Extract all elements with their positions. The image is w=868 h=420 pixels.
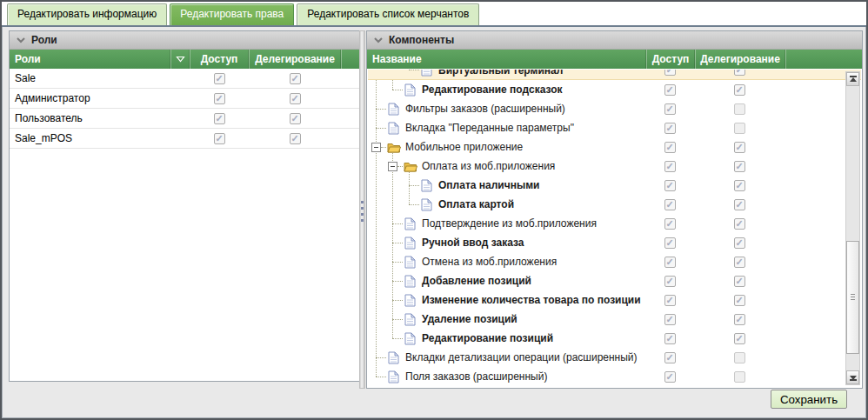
delegation-checkbox[interactable] (734, 237, 745, 249)
tree-row[interactable]: Изменение количества товара по позиции (368, 290, 861, 310)
tab-3[interactable]: Редактировать список мерчантов (297, 3, 479, 25)
components-name-column-header[interactable]: Название (367, 50, 646, 69)
role-row[interactable]: Пользователь (10, 109, 359, 129)
access-checkbox[interactable] (664, 218, 676, 230)
tree-row[interactable]: Виртуальный терминал (368, 70, 861, 80)
delegation-checkbox[interactable] (734, 352, 745, 363)
tree-row[interactable]: Удаление позиций (368, 310, 861, 329)
delegation-checkbox[interactable] (734, 218, 745, 230)
delegation-checkbox[interactable] (734, 123, 745, 134)
components-access-column-header[interactable]: Доступ (646, 50, 695, 69)
roles-stub-column-header (341, 50, 359, 69)
save-button[interactable]: Сохранить (771, 390, 847, 409)
delegation-checkbox[interactable] (734, 314, 745, 325)
scrollbar-thumb[interactable] (846, 241, 859, 354)
access-checkbox[interactable] (214, 73, 225, 84)
tree-row[interactable]: Поля заказов (расширенный) (368, 367, 861, 386)
delegation-checkbox[interactable] (290, 133, 301, 144)
access-checkbox[interactable] (664, 333, 676, 344)
delegation-checkbox[interactable] (734, 333, 745, 344)
delegation-checkbox[interactable] (734, 70, 745, 76)
access-checkbox[interactable] (664, 180, 676, 191)
tree-row[interactable]: Редактирование позиций (368, 329, 861, 348)
role-row[interactable]: Sale_mPOS (10, 129, 359, 149)
access-checkbox[interactable] (664, 199, 676, 210)
access-checkbox[interactable] (664, 352, 676, 363)
tree-row[interactable]: Мобильное приложение (368, 137, 861, 157)
delegation-checkbox[interactable] (734, 199, 745, 210)
tree-row[interactable]: Подтверждение из моб.приложения (368, 214, 861, 233)
tree-row[interactable]: Ручной ввод заказа (368, 233, 861, 252)
tree-row[interactable]: Добавление позиций (368, 271, 861, 290)
delegation-checkbox[interactable] (290, 73, 301, 84)
access-checkbox[interactable] (664, 257, 676, 268)
tree-row[interactable]: Оплата из моб.приложения (368, 157, 861, 176)
tree-node-label: Вкладка "Переданные параметры" (401, 122, 574, 134)
tree-node: Оплата из моб.приложения (368, 157, 645, 176)
roles-access-column-header[interactable]: Доступ (190, 50, 249, 69)
scroll-down-button[interactable] (846, 370, 859, 384)
components-delegation-column-header[interactable]: Делегирование (695, 50, 785, 69)
tree-connector (376, 128, 386, 129)
collapse-chevron-icon[interactable] (374, 37, 383, 43)
tree-connector (409, 185, 419, 186)
access-checkbox[interactable] (664, 237, 676, 249)
roles-panel-header: Роли (10, 31, 359, 50)
scroll-up-button[interactable] (846, 72, 859, 86)
roles-grid-body: SaleАдминистраторПользовательSale_mPOS (10, 69, 359, 149)
tree-node: Оплата картой (368, 195, 645, 214)
tree-row[interactable]: Оплата картой (368, 195, 861, 214)
access-checkbox[interactable] (664, 314, 676, 325)
access-checkbox[interactable] (664, 142, 676, 153)
tree-row[interactable]: Редактирование подсказок (368, 80, 861, 99)
collapse-minus-icon[interactable] (371, 143, 381, 152)
role-row[interactable]: Sale (10, 69, 359, 89)
access-checkbox[interactable] (664, 295, 676, 306)
delegation-checkbox[interactable] (290, 93, 301, 104)
delegation-checkbox[interactable] (734, 276, 745, 287)
access-checkbox[interactable] (664, 161, 676, 172)
tree-row[interactable]: Оплата наличными (368, 176, 861, 195)
tree-row[interactable]: Отмена из моб.приложения (368, 252, 861, 271)
roles-name-column-header[interactable]: Роли (10, 50, 170, 69)
access-checkbox[interactable] (664, 70, 676, 76)
role-name: Администратор (10, 92, 170, 104)
panel-splitter[interactable] (359, 30, 365, 389)
role-row[interactable]: Администратор (10, 89, 359, 109)
tree-row[interactable]: Вкладка "Переданные параметры" (368, 118, 861, 137)
document-icon (386, 370, 401, 383)
delegation-checkbox[interactable] (734, 180, 745, 191)
collapse-minus-icon[interactable] (388, 162, 397, 171)
access-checkbox[interactable] (664, 103, 676, 115)
role-name: Sale (10, 72, 170, 84)
delegation-checkbox[interactable] (734, 295, 745, 306)
tree-connector (409, 204, 419, 205)
delegation-checkbox[interactable] (734, 103, 745, 115)
access-checkbox[interactable] (664, 371, 676, 383)
tree-connector (392, 281, 403, 282)
roles-delegation-column-header[interactable]: Делегирование (249, 50, 341, 69)
document-icon (403, 237, 417, 250)
access-checkbox[interactable] (214, 133, 225, 144)
access-checkbox[interactable] (664, 84, 676, 96)
delegation-checkbox[interactable] (734, 142, 745, 153)
delegation-checkbox[interactable] (734, 84, 745, 96)
tree-row[interactable]: Фильтры заказов (расширенный) (368, 99, 861, 118)
delegation-checkbox[interactable] (734, 371, 745, 383)
access-checkbox[interactable] (664, 123, 676, 134)
tree-node-label: Оплата картой (434, 198, 514, 210)
access-checkbox[interactable] (214, 93, 225, 104)
tree-row[interactable]: Вкладки детализации операции (расширенны… (368, 348, 861, 367)
tab-1[interactable]: Редактировать информацию (7, 3, 167, 25)
collapse-chevron-icon[interactable] (17, 37, 25, 43)
tree-node-label: Добавление позиций (417, 275, 531, 287)
access-checkbox[interactable] (214, 113, 225, 124)
access-checkbox[interactable] (664, 276, 676, 287)
delegation-checkbox[interactable] (734, 257, 745, 268)
tab-2[interactable]: Редактировать права (170, 3, 294, 25)
vertical-scrollbar[interactable] (845, 71, 860, 385)
filter-icon[interactable] (170, 50, 190, 69)
tree-node: Редактирование подсказок (368, 80, 645, 99)
delegation-checkbox[interactable] (290, 113, 301, 124)
delegation-checkbox[interactable] (734, 161, 745, 172)
